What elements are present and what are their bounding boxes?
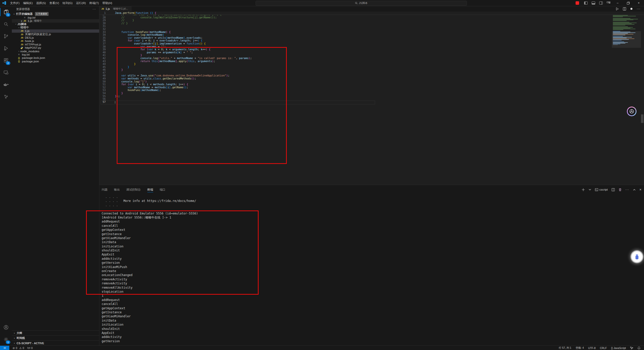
tab-1js[interactable]: JS 1.js 嘟嘟牛\1.js\... xyxy=(99,6,131,12)
tree-item-JS脚本[interactable]: ›JS脚本 xyxy=(12,23,99,26)
explorer-sidebar: 资源管理器 ··· › 打开的编辑器 1 个未保存 ≡log.txt●JS1.j… xyxy=(12,6,99,345)
menu-item-5[interactable]: 运行(R) xyxy=(74,0,88,6)
toggle-panel-icon[interactable] xyxy=(590,0,597,6)
code-token: "is called! params is: " xyxy=(198,57,236,60)
ports-status[interactable]: 0 xyxy=(27,346,33,349)
menu-item-3[interactable]: 查看(V) xyxy=(48,0,61,6)
menu-item-1[interactable]: 编辑(E) xyxy=(21,0,34,6)
terminal-line-8: getAppContext xyxy=(102,228,643,232)
activitybar-remote-explorer[interactable] xyxy=(0,66,12,78)
kill-terminal-trash-icon[interactable] xyxy=(619,188,622,191)
menu-item-0[interactable]: 文件(F) xyxy=(8,0,21,6)
menu-item-6[interactable]: 终端(T) xyxy=(88,0,101,6)
maximize-panel-chevron-icon[interactable] xyxy=(633,189,636,191)
remote-indicator[interactable]: >< xyxy=(0,346,9,350)
terminal-instance[interactable]: cscript xyxy=(595,188,608,191)
panel-tab-端口[interactable]: 端口 xyxy=(160,185,166,194)
terminal-text: cancelAll xyxy=(102,224,118,228)
terminal-output[interactable]: . . . . . . . . More info at https://fri… xyxy=(102,195,643,346)
minimize-button[interactable]: – xyxy=(612,0,623,6)
menu-item-7[interactable]: 帮助(H) xyxy=(101,0,114,6)
command-center-search[interactable]: JS脚本 xyxy=(256,1,467,6)
more-actions-icon[interactable]: ··· xyxy=(637,7,640,11)
toggle-secondary-sidebar-icon[interactable] xyxy=(597,0,605,6)
panel-tab-输出[interactable]: 输出 xyxy=(114,185,120,194)
panel-tab-终端[interactable]: 终端 xyxy=(147,185,153,194)
activitybar-docker[interactable] xyxy=(0,78,12,91)
code-token: var xyxy=(128,86,133,89)
tree-item-node_modules[interactable]: ›node_modules xyxy=(12,50,99,53)
indentation[interactable]: 空格: 4 xyxy=(576,346,584,350)
tree-item-httpPOST.py[interactable]: httpPOST.py xyxy=(12,46,99,50)
activitybar-search[interactable] xyxy=(0,18,12,30)
tree-item-package.json[interactable]: {}package.json xyxy=(12,60,99,63)
code-line-30[interactable]: 30 // } xyxy=(99,22,252,25)
floating-assistant-widget[interactable] xyxy=(627,107,636,116)
unsaved-dot-icon[interactable] xyxy=(630,8,633,10)
sidebar-section-1[interactable]: ›时间线 xyxy=(12,335,99,340)
tree-item-DES.js[interactable]: JSDES.js xyxy=(12,36,99,39)
panel-tab-问题[interactable]: 问题 xyxy=(102,185,107,194)
open-editors-section[interactable]: › 打开的编辑器 1 个未保存 xyxy=(12,12,99,16)
new-terminal-plus-icon[interactable] xyxy=(582,188,585,191)
activitybar-source-control[interactable] xyxy=(0,30,12,42)
activitybar-settings[interactable]: 1 xyxy=(0,333,12,345)
split-editor-icon[interactable] xyxy=(623,7,626,11)
minimap-slider[interactable] xyxy=(612,31,641,48)
close-window-button[interactable]: × xyxy=(633,0,644,6)
problems-status[interactable]: ⊘0 ⚠0 xyxy=(13,346,24,349)
launch-profile-chevron-icon[interactable] xyxy=(589,189,591,191)
cursor-position[interactable]: 行 57, 列 1 xyxy=(559,346,571,350)
activitybar-explorer[interactable]: 1 xyxy=(0,6,12,18)
split-terminal-icon[interactable] xyxy=(612,188,615,191)
menu-item-4[interactable]: 转到(G) xyxy=(61,0,74,6)
open-editor-item-1[interactable]: ●JS1.js嘟嘟牛 xyxy=(12,19,99,22)
tree-item-HTTPPost.js[interactable]: JSHTTPPost.js xyxy=(12,43,99,46)
notifications-bell-icon[interactable] xyxy=(637,346,640,350)
extension-status-icon[interactable] xyxy=(630,347,633,349)
tree-item-package-lock.json[interactable]: {}package-lock.json xyxy=(12,56,99,60)
restore-button[interactable] xyxy=(623,0,633,6)
editor-scrollbar[interactable] xyxy=(641,114,643,123)
tree-item-label: 1.js xyxy=(25,29,29,32)
code-token: // } xyxy=(115,19,134,22)
language-mode[interactable]: {} JavaScript xyxy=(611,346,626,349)
code-token: for xyxy=(128,39,133,42)
tree-item-hook.js[interactable]: JShook.js xyxy=(12,39,99,43)
eol-sequence[interactable]: CRLF xyxy=(600,346,607,349)
sidebar-section-0[interactable]: ›大纲 xyxy=(12,330,99,335)
tree-item-log.txt[interactable]: ≡log.txt xyxy=(12,53,99,56)
code-line-55[interactable]: 55}); xyxy=(99,95,252,98)
tree-item-关键代码快速定位.js[interactable]: JS关键代码快速定位.js xyxy=(12,33,99,36)
close-panel-icon[interactable]: × xyxy=(639,188,641,192)
activitybar-flow-extension[interactable] xyxy=(0,91,12,103)
toggle-sidebar-icon[interactable] xyxy=(582,0,590,6)
code-token: use xyxy=(148,74,153,77)
menu-item-2[interactable]: 选择(S) xyxy=(34,0,48,6)
panel-tab-调试控制台[interactable]: 调试控制台 xyxy=(126,185,141,194)
sidebar-section-label: 时间线 xyxy=(17,336,25,340)
code-line-54[interactable]: 54 } xyxy=(99,92,252,95)
tree-item-嘟嘟牛[interactable]: ›嘟嘟牛 xyxy=(12,26,99,29)
customize-layout-icon[interactable] xyxy=(605,0,612,6)
activitybar-extensions[interactable]: 2 xyxy=(0,54,12,66)
run-file-icon[interactable] xyxy=(616,7,619,11)
explorer-more-actions-icon[interactable]: ··· xyxy=(93,8,96,11)
open-editor-item-0[interactable]: ≡log.txt xyxy=(12,16,99,19)
terminal-line-30: initData xyxy=(102,319,643,323)
sticky-scroll-line[interactable]: 1Java.perform(function () { xyxy=(99,12,644,15)
activitybar-run-debug[interactable] xyxy=(0,42,12,54)
activitybar-accounts[interactable] xyxy=(0,321,12,333)
recording-indicator-icon[interactable] xyxy=(576,1,579,5)
tree-item-1.js[interactable]: JS1.js xyxy=(12,29,99,33)
code-line-56[interactable]: 56 xyxy=(99,98,252,101)
floating-usb-widget[interactable] xyxy=(630,250,643,263)
code-line-46[interactable]: 46 } xyxy=(99,68,252,71)
sidebar-section-2[interactable]: ›CS-SCRIPT - ACTIVE xyxy=(12,340,99,345)
encoding[interactable]: UTF-8 xyxy=(588,346,596,349)
code-line-31[interactable]: 31 xyxy=(99,25,252,28)
file-type-icon: JS xyxy=(20,43,24,46)
code-editor[interactable]: 27 // for (var j = 0; j < Wallet$InnerSt… xyxy=(99,12,644,185)
panel-more-actions-icon[interactable]: ··· xyxy=(625,188,629,191)
code-token: ; xyxy=(187,86,188,89)
